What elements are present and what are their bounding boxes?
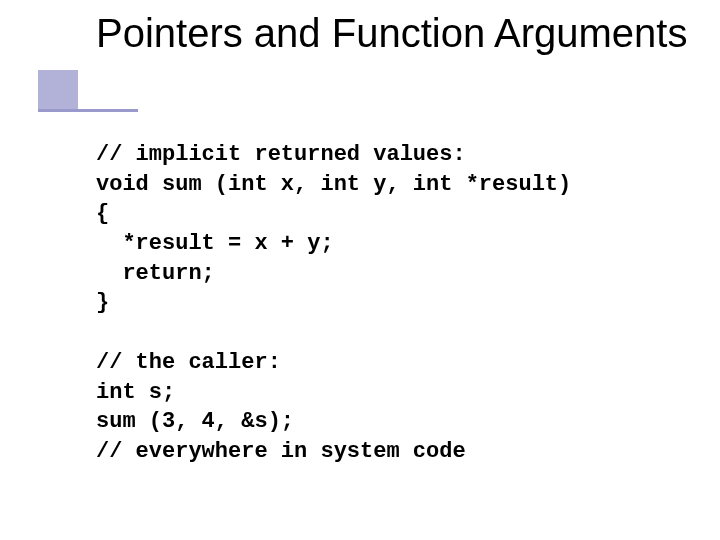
accent-underline — [38, 109, 138, 112]
accent-square — [38, 70, 78, 110]
slide-title: Pointers and Function Arguments — [96, 10, 687, 56]
slide: Pointers and Function Arguments // impli… — [0, 0, 720, 540]
code-block: // implicit returned values: void sum (i… — [96, 140, 571, 467]
